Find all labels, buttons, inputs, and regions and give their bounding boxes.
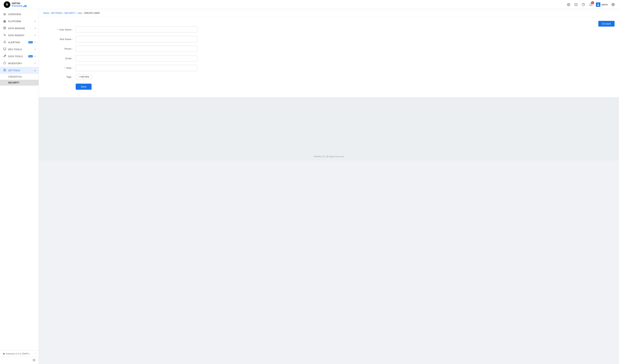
gray-area bbox=[39, 97, 619, 153]
svg-point-13 bbox=[4, 70, 5, 70]
sidebar-footer[interactable]: ◆ Enterprise (1.5.0_SNAPS... › bbox=[0, 350, 39, 357]
phone-row: Phone : bbox=[46, 46, 612, 52]
sidebar-item-inventory[interactable]: INVENTORY ▾ bbox=[0, 60, 39, 67]
logo-infini-text: INFINI bbox=[12, 2, 27, 5]
platform-arrow: ▾ bbox=[35, 20, 36, 23]
header-icons: 9 admin bbox=[566, 2, 615, 7]
email-input[interactable] bbox=[76, 55, 197, 61]
role-required-star: * bbox=[64, 67, 65, 70]
role-row: * Role : bbox=[46, 65, 612, 71]
download-icon[interactable] bbox=[574, 2, 578, 7]
svg-rect-7 bbox=[3, 27, 6, 29]
data-manage-icon bbox=[3, 27, 6, 30]
tags-label: Tags : bbox=[46, 75, 76, 78]
logo-circle: N bbox=[4, 1, 10, 8]
sidebar-item-alerting[interactable]: ALERTING Pro ▾ bbox=[0, 39, 39, 46]
form-body: * User Name : Nick Name : bbox=[46, 26, 612, 90]
main-content: Home / SETTINGS / SECURITY / user / CREA… bbox=[39, 9, 619, 364]
security-label: SECURITY bbox=[8, 81, 19, 84]
form-card: Go back * User Name : Nick Name : bbox=[39, 17, 619, 97]
role-input[interactable] bbox=[76, 65, 197, 71]
settings-icon[interactable] bbox=[566, 2, 571, 7]
add-new-tag-button[interactable]: + Add New bbox=[76, 74, 92, 79]
breadcrumb-current: CREATE USER bbox=[84, 12, 99, 14]
sidebar-label-alerting: ALERTING bbox=[8, 41, 27, 44]
layout: ⊞ OVERVIEW ▦ PLATFORM ▾ DATA MANAGE ▾ DA… bbox=[0, 9, 619, 364]
sidebar-label-overview: OVERVIEW bbox=[8, 13, 36, 16]
settings-arrow: ▴ bbox=[35, 69, 36, 72]
username-label: * User Name : bbox=[46, 28, 76, 31]
dev-tools-icon bbox=[3, 48, 6, 51]
footer-text: ©INFINI.LTD, All Rights Reserved. bbox=[313, 155, 344, 158]
notification-icon[interactable]: 9 bbox=[589, 2, 593, 7]
username-required-star: * bbox=[57, 28, 58, 31]
logo: N INFINI Console bbox=[4, 1, 27, 8]
save-row: Save bbox=[46, 84, 612, 90]
username-input[interactable] bbox=[76, 26, 197, 33]
breadcrumb-sep-2: / bbox=[63, 12, 63, 14]
admin-avatar bbox=[596, 2, 600, 7]
sidebar-item-data-tools[interactable]: DATA TOOLS Pro ▾ bbox=[0, 53, 39, 60]
globe-icon[interactable] bbox=[611, 2, 615, 7]
tags-row: Tags : + Add New bbox=[46, 74, 612, 79]
logo-console-text: Console bbox=[12, 5, 23, 7]
breadcrumb-sep-4: / bbox=[83, 12, 83, 14]
username-row: * User Name : bbox=[46, 26, 612, 33]
sidebar: ⊞ OVERVIEW ▦ PLATFORM ▾ DATA MANAGE ▾ DA… bbox=[0, 9, 39, 364]
overview-icon: ⊞ bbox=[3, 13, 6, 16]
data-insight-icon bbox=[3, 34, 6, 37]
breadcrumb-user[interactable]: user bbox=[78, 12, 82, 14]
breadcrumb-settings[interactable]: SETTINGS bbox=[51, 12, 62, 14]
sidebar-footer-label: Enterprise (1.5.0_SNAPS... bbox=[6, 352, 31, 355]
diamond-icon: ◆ bbox=[3, 352, 5, 355]
logo-text: INFINI Console bbox=[12, 2, 27, 7]
nickname-row: Nick Name : bbox=[46, 36, 612, 42]
footer: ©INFINI.LTD, All Rights Reserved. bbox=[39, 153, 619, 161]
svg-rect-10 bbox=[3, 48, 6, 50]
alerting-arrow: ▾ bbox=[35, 41, 36, 43]
alerting-pro-badge: Pro bbox=[28, 41, 33, 43]
data-insight-arrow: ▾ bbox=[35, 34, 36, 37]
data-manage-arrow: ▾ bbox=[35, 27, 36, 29]
sidebar-label-data-tools: DATA TOOLS bbox=[8, 55, 27, 58]
nickname-label: Nick Name : bbox=[46, 38, 76, 41]
footer-arrow: › bbox=[35, 352, 36, 355]
breadcrumb-sep-3: / bbox=[76, 12, 77, 14]
sidebar-item-overview[interactable]: ⊞ OVERVIEW bbox=[0, 11, 39, 18]
admin-label: admin bbox=[602, 3, 608, 6]
go-back-button[interactable]: Go back bbox=[598, 21, 615, 27]
save-button[interactable]: Save bbox=[76, 84, 92, 90]
sidebar-sub-item-security[interactable]: SECURITY bbox=[0, 80, 39, 86]
sidebar-label-dev-tools: DEV TOOLS bbox=[8, 48, 33, 51]
sidebar-label-data-manage: DATA MANAGE bbox=[8, 27, 33, 30]
email-row: Email : bbox=[46, 55, 612, 61]
nickname-input[interactable] bbox=[76, 36, 197, 42]
breadcrumb-home[interactable]: Home bbox=[43, 12, 49, 14]
sidebar-label-data-insight: DATA INSIGHT bbox=[8, 34, 33, 37]
breadcrumb-security[interactable]: SECURITY bbox=[64, 12, 76, 14]
help-icon[interactable] bbox=[581, 2, 586, 7]
svg-point-0 bbox=[568, 4, 569, 5]
phone-input[interactable] bbox=[76, 46, 197, 52]
sidebar-nav: ⊞ OVERVIEW ▦ PLATFORM ▾ DATA MANAGE ▾ DA… bbox=[0, 9, 39, 350]
sidebar-bottom-bar bbox=[0, 357, 39, 364]
sidebar-item-dev-tools[interactable]: DEV TOOLS ▾ bbox=[0, 46, 39, 53]
sidebar-item-data-insight[interactable]: DATA INSIGHT ▾ bbox=[0, 32, 39, 39]
admin-section[interactable]: admin bbox=[596, 2, 608, 7]
role-label: * Role : bbox=[46, 67, 76, 70]
content-area: Go back * User Name : Nick Name : bbox=[39, 17, 619, 364]
breadcrumb: Home / SETTINGS / SECURITY / user / CREA… bbox=[39, 9, 619, 17]
credential-label: CREDENTIAL bbox=[8, 75, 22, 78]
svg-point-4 bbox=[598, 3, 599, 4]
sidebar-item-settings[interactable]: SETTINGS ▴ bbox=[0, 67, 39, 74]
inventory-arrow: ▾ bbox=[35, 62, 36, 65]
inventory-icon bbox=[3, 62, 6, 65]
sidebar-item-platform[interactable]: ▦ PLATFORM ▾ bbox=[0, 18, 39, 25]
email-label: Email : bbox=[46, 57, 76, 60]
breadcrumb-sep-1: / bbox=[50, 12, 50, 14]
sidebar-sub-item-credential[interactable]: CREDENTIAL bbox=[0, 74, 39, 80]
sidebar-item-data-manage[interactable]: DATA MANAGE ▾ bbox=[0, 25, 39, 32]
alerting-icon bbox=[3, 41, 6, 44]
sidebar-label-settings: SETTINGS bbox=[8, 69, 33, 72]
collapse-icon[interactable] bbox=[32, 358, 36, 363]
